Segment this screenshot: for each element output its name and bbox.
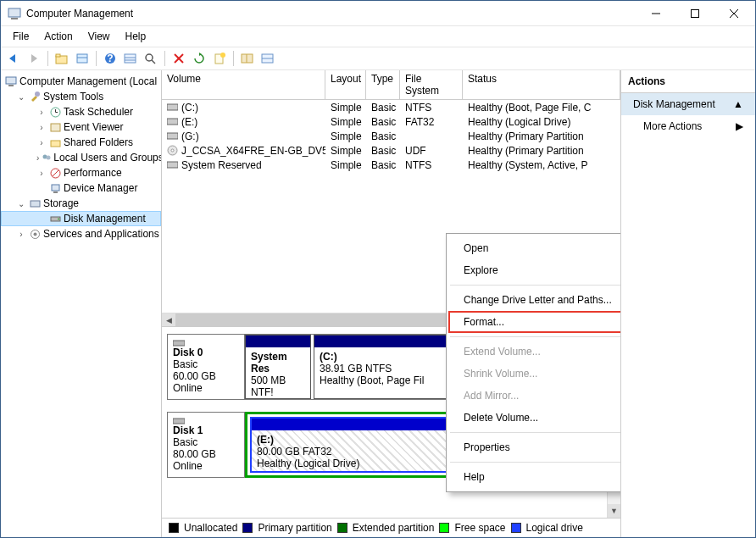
collapse-icon[interactable]: ⌄: [16, 92, 26, 102]
ctx-format[interactable]: Format...: [448, 311, 621, 333]
col-status[interactable]: Status: [463, 70, 620, 99]
titlebar: Computer Management: [1, 1, 755, 26]
actions-more[interactable]: More Actions ▶: [621, 115, 755, 137]
dock-layout-alt-icon[interactable]: [258, 49, 277, 68]
disk-label[interactable]: Disk 1 Basic 80.00 GB Online: [167, 412, 245, 478]
volume-row[interactable]: (E:) Simple Basic FAT32 Healthy (Logical…: [162, 114, 620, 129]
volume-name: (E:): [181, 116, 197, 128]
tree-device-manager[interactable]: Device Manager: [1, 180, 161, 196]
volume-type: Basic: [366, 116, 400, 128]
col-type[interactable]: Type: [366, 70, 400, 99]
volume-type: Basic: [366, 130, 400, 142]
forward-button[interactable]: [25, 49, 43, 68]
volume-row[interactable]: System Reserved Simple Basic NTFS Health…: [162, 158, 620, 172]
dock-layout-icon[interactable]: [238, 49, 257, 68]
volume-layout: Simple: [325, 130, 366, 142]
ctx-shrink-volume: Shrink Volume...: [448, 363, 621, 385]
tree-label: Storage: [43, 197, 79, 209]
collapse-up-icon[interactable]: ▲: [733, 98, 743, 110]
perf-icon: [48, 166, 62, 180]
tree-label: Computer Management (Local: [19, 75, 157, 87]
svg-point-41: [58, 218, 59, 219]
volume-fs: NTFS: [400, 159, 463, 171]
disk-label[interactable]: Disk 0 Basic 60.00 GB Online: [167, 334, 245, 400]
svg-rect-7: [56, 54, 60, 57]
svg-rect-51: [173, 419, 185, 424]
ctx-delete-volume[interactable]: Delete Volume...: [448, 407, 621, 429]
legend-label: Logical drive: [526, 522, 583, 534]
folder-up-icon[interactable]: [53, 49, 71, 68]
maximize-button[interactable]: [675, 1, 714, 26]
ctx-explore[interactable]: Explore: [448, 259, 621, 281]
drive-icon: [167, 117, 178, 126]
disk-state: Online: [173, 382, 203, 394]
tree-system-tools[interactable]: ⌄ System Tools: [1, 89, 161, 104]
view-list-icon[interactable]: [121, 49, 140, 68]
tree-shared-folders[interactable]: ›Shared Folders: [1, 135, 161, 150]
partition-size: 500 MB NTF!: [251, 374, 286, 398]
menu-action[interactable]: Action: [37, 28, 79, 45]
collapse-icon[interactable]: ⌄: [16, 199, 26, 208]
actions-section[interactable]: Disk Management ▲: [621, 93, 755, 115]
expand-icon[interactable]: ›: [36, 169, 47, 178]
svg-point-34: [47, 155, 51, 159]
svg-rect-32: [51, 141, 60, 147]
refresh-icon[interactable]: [190, 49, 208, 68]
col-layout[interactable]: Layout: [325, 70, 366, 99]
scroll-left-icon[interactable]: ◀: [162, 313, 175, 327]
ctx-open[interactable]: Open: [448, 237, 621, 259]
expand-icon[interactable]: ›: [36, 138, 47, 147]
menu-file[interactable]: File: [6, 28, 36, 45]
col-filesystem[interactable]: File System: [400, 70, 463, 99]
back-button[interactable]: [4, 49, 23, 68]
ctx-change-drive-letter[interactable]: Change Drive Letter and Paths...: [448, 289, 621, 311]
find-icon[interactable]: [142, 49, 160, 68]
tree-task-scheduler[interactable]: ›Task Scheduler: [1, 104, 161, 119]
col-volume[interactable]: Volume: [162, 70, 325, 99]
properties-icon[interactable]: [73, 49, 92, 68]
tree-event-viewer[interactable]: ›Event Viewer: [1, 119, 161, 135]
minimize-button[interactable]: [636, 1, 675, 26]
tree-performance[interactable]: ›Performance: [1, 165, 161, 180]
new-icon[interactable]: [210, 49, 229, 68]
scroll-down-icon[interactable]: ▼: [608, 504, 620, 518]
legend-label: Extended partition: [353, 522, 435, 534]
help-icon[interactable]: ?: [101, 49, 120, 68]
ctx-properties[interactable]: Properties: [448, 436, 621, 458]
svg-rect-38: [53, 191, 58, 193]
legend-swatch: [242, 523, 253, 533]
storage-icon: [28, 197, 42, 210]
delete-icon[interactable]: [170, 49, 188, 68]
partition-status: Healthy (Boot, Page Fil: [320, 374, 424, 386]
tree-services[interactable]: ›Services and Applications: [1, 226, 161, 241]
svg-point-43: [33, 232, 36, 236]
tree-root[interactable]: Computer Management (Local: [1, 74, 161, 89]
volume-row[interactable]: (G:) Simple Basic Healthy (Primary Parti…: [162, 129, 620, 143]
tools-icon: [28, 90, 42, 103]
volume-layout: Simple: [325, 116, 366, 128]
console-tree[interactable]: Computer Management (Local ⌄ System Tool…: [1, 70, 162, 537]
tree-storage[interactable]: ⌄Storage: [1, 196, 161, 211]
svg-rect-3: [692, 9, 699, 17]
tree-disk-management[interactable]: Disk Management: [1, 211, 161, 226]
svg-point-48: [171, 149, 174, 152]
partition-title: (C:): [320, 351, 337, 363]
services-icon: [28, 227, 42, 241]
menu-help[interactable]: Help: [119, 28, 153, 45]
expand-icon[interactable]: ›: [16, 230, 26, 239]
users-icon: [41, 151, 52, 164]
partition[interactable]: System Res500 MB NTF!Healthy (Sys: [245, 335, 311, 399]
expand-icon[interactable]: ›: [36, 108, 47, 117]
volume-row[interactable]: J_CCSA_X64FRE_EN-GB_DV5 (D:) Simple Basi…: [162, 143, 620, 158]
volume-header: Volume Layout Type File System Status: [162, 70, 620, 100]
expand-icon[interactable]: ›: [36, 153, 39, 163]
volume-row[interactable]: (C:) Simple Basic NTFS Healthy (Boot, Pa…: [162, 100, 620, 114]
legend-label: Free space: [454, 522, 505, 534]
ctx-help[interactable]: Help: [448, 466, 621, 488]
expand-icon[interactable]: ›: [36, 123, 47, 132]
volume-status: Healthy (Primary Partition: [463, 145, 620, 157]
close-button[interactable]: [714, 1, 753, 26]
menu-view[interactable]: View: [81, 28, 117, 45]
app-icon: [8, 7, 21, 20]
tree-local-users[interactable]: ›Local Users and Groups: [1, 150, 161, 165]
